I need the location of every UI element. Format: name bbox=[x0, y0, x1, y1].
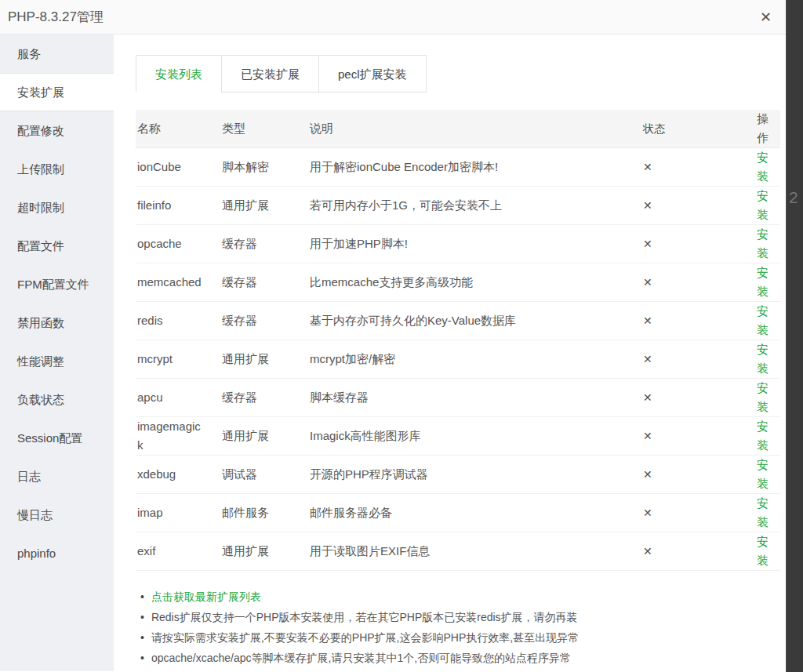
cell-desc: 用于加速PHP脚本! bbox=[308, 234, 641, 253]
cell-name: redis bbox=[136, 311, 220, 330]
table-row: memcached缓存器比memcache支持更多高级功能✕安装 bbox=[136, 263, 780, 302]
table-body: ionCube脚本解密用于解密ionCube Encoder加密脚本!✕安装fi… bbox=[136, 148, 780, 571]
note-item: •opcache/xcache/apc等脚本缓存扩展,请只安装其中1个,否则可能… bbox=[140, 651, 786, 665]
tab-bar: 安装列表已安装扩展pecl扩展安装 bbox=[136, 55, 427, 93]
table-row: ionCube脚本解密用于解密ionCube Encoder加密脚本!✕安装 bbox=[136, 148, 780, 187]
cell-type: 通用扩展 bbox=[220, 427, 308, 445]
table-row: opcache缓存器用于加速PHP脚本!✕安装 bbox=[136, 225, 780, 263]
tab-install-list[interactable]: 安装列表 bbox=[136, 55, 222, 93]
cell-desc: Imagick高性能图形库 bbox=[308, 427, 641, 445]
sidebar-item-slow-log[interactable]: 慢日志 bbox=[0, 496, 114, 534]
note-text: opcache/xcache/apc等脚本缓存扩展,请只安装其中1个,否则可能导… bbox=[151, 651, 571, 665]
sidebar-item-phpinfo[interactable]: phpinfo bbox=[0, 534, 114, 572]
sidebar-item-upload-limit[interactable]: 上传限制 bbox=[0, 150, 114, 188]
status-not-installed-icon: ✕ bbox=[641, 543, 747, 560]
table-row: apcu缓存器脚本缓存器✕安装 bbox=[136, 379, 780, 417]
sidebar-item-config-file[interactable]: 配置文件 bbox=[0, 227, 114, 265]
table-row: xdebug调试器开源的PHP程序调试器✕安装 bbox=[136, 456, 780, 494]
column-header-type: 类型 bbox=[220, 119, 308, 138]
sidebar-item-session-config[interactable]: Session配置 bbox=[0, 419, 114, 457]
status-not-installed-icon: ✕ bbox=[641, 274, 747, 291]
cell-type: 缓存器 bbox=[220, 273, 308, 292]
sidebar-item-log[interactable]: 日志 bbox=[0, 457, 114, 496]
install-button[interactable]: 安装 bbox=[747, 340, 780, 378]
table-row: fileinfo通用扩展若可用内存小于1G，可能会安装不上✕安装 bbox=[136, 187, 780, 225]
sidebar-item-config-edit[interactable]: 配置修改 bbox=[0, 111, 114, 150]
status-not-installed-icon: ✕ bbox=[641, 158, 747, 176]
cell-type: 通用扩展 bbox=[220, 196, 308, 215]
dialog-body: 服务安装扩展配置修改上传限制超时限制配置文件FPM配置文件禁用函数性能调整负载状… bbox=[0, 35, 786, 671]
column-header-status: 状态 bbox=[641, 120, 747, 137]
sidebar: 服务安装扩展配置修改上传限制超时限制配置文件FPM配置文件禁用函数性能调整负载状… bbox=[0, 35, 114, 671]
note-text[interactable]: 点击获取最新扩展列表 bbox=[151, 590, 261, 604]
table-header-row: 名称类型说明状态操作 bbox=[136, 110, 780, 148]
bullet-icon: • bbox=[140, 590, 144, 604]
cell-name: apcu bbox=[136, 388, 220, 407]
column-header-action: 操作 bbox=[747, 110, 780, 147]
main-content: 安装列表已安装扩展pecl扩展安装 名称类型说明状态操作 ionCube脚本解密… bbox=[114, 35, 786, 671]
cell-name: ionCube bbox=[136, 158, 220, 176]
column-header-name: 名称 bbox=[136, 119, 220, 138]
notes-list: •点击获取最新扩展列表•Redis扩展仅支持一个PHP版本安装使用，若在其它PH… bbox=[136, 590, 786, 665]
cell-desc: 用于读取图片EXIF信息 bbox=[308, 542, 641, 561]
table-row: exif通用扩展用于读取图片EXIF信息✕安装 bbox=[136, 532, 780, 571]
table-row: mcrypt通用扩展mcrypt加密/解密✕安装 bbox=[136, 340, 780, 379]
install-button[interactable]: 安装 bbox=[747, 494, 780, 532]
tab-installed-ext[interactable]: 已安装扩展 bbox=[221, 55, 319, 93]
cell-type: 缓存器 bbox=[220, 311, 308, 330]
sidebar-item-install-ext[interactable]: 安装扩展 bbox=[0, 73, 114, 111]
note-item: •请按实际需求安装扩展,不要安装不必要的PHP扩展,这会影响PHP执行效率,甚至… bbox=[140, 630, 786, 645]
status-not-installed-icon: ✕ bbox=[641, 389, 747, 406]
note-text: 请按实际需求安装扩展,不要安装不必要的PHP扩展,这会影响PHP执行效率,甚至出… bbox=[151, 630, 579, 645]
cell-desc: 若可用内存小于1G，可能会安装不上 bbox=[308, 196, 641, 215]
cell-name: imap bbox=[136, 503, 220, 522]
tab-pecl-install[interactable]: pecl扩展安装 bbox=[318, 55, 427, 93]
cell-desc: 脚本缓存器 bbox=[308, 388, 641, 407]
install-button[interactable]: 安装 bbox=[747, 417, 780, 455]
table-row: redis缓存器基于内存亦可持久化的Key-Value数据库✕安装 bbox=[136, 302, 780, 340]
install-button[interactable]: 安装 bbox=[747, 379, 780, 416]
cell-name: opcache bbox=[136, 234, 220, 253]
sidebar-item-timeout-limit[interactable]: 超时限制 bbox=[0, 188, 114, 227]
install-button[interactable]: 安装 bbox=[747, 187, 780, 224]
cell-desc: 基于内存亦可持久化的Key-Value数据库 bbox=[308, 311, 641, 330]
refresh-extension-list-link: •点击获取最新扩展列表 bbox=[140, 590, 786, 604]
cell-type: 缓存器 bbox=[220, 388, 308, 407]
bullet-icon: • bbox=[140, 651, 144, 665]
cell-type: 调试器 bbox=[220, 465, 308, 484]
cell-name: mcrypt bbox=[136, 350, 220, 369]
install-button[interactable]: 安装 bbox=[747, 302, 780, 340]
install-button[interactable]: 安装 bbox=[747, 225, 780, 263]
cell-type: 邮件服务 bbox=[220, 503, 308, 522]
sidebar-item-fpm-config[interactable]: FPM配置文件 bbox=[0, 265, 114, 303]
status-not-installed-icon: ✕ bbox=[641, 235, 747, 252]
php-manager-dialog: PHP-8.3.27管理 ✕ 服务安装扩展配置修改上传限制超时限制配置文件FPM… bbox=[0, 0, 786, 672]
cell-type: 脚本解密 bbox=[220, 158, 308, 176]
status-not-installed-icon: ✕ bbox=[641, 504, 747, 521]
table-row: imap邮件服务邮件服务器必备✕安装 bbox=[136, 494, 780, 532]
close-icon[interactable]: ✕ bbox=[760, 10, 772, 24]
install-button[interactable]: 安装 bbox=[747, 532, 780, 570]
status-not-installed-icon: ✕ bbox=[641, 312, 747, 329]
cell-name: memcached bbox=[136, 273, 220, 292]
status-not-installed-icon: ✕ bbox=[641, 351, 747, 368]
sidebar-item-performance[interactable]: 性能调整 bbox=[0, 342, 114, 380]
install-button[interactable]: 安装 bbox=[747, 148, 780, 186]
sidebar-item-disabled-functions[interactable]: 禁用函数 bbox=[0, 303, 114, 342]
extensions-table: 名称类型说明状态操作 ionCube脚本解密用于解密ionCube Encode… bbox=[136, 110, 780, 571]
sidebar-item-load-status[interactable]: 负载状态 bbox=[0, 380, 114, 419]
install-button[interactable]: 安装 bbox=[747, 263, 780, 301]
column-header-desc: 说明 bbox=[308, 119, 641, 138]
sidebar-item-service[interactable]: 服务 bbox=[0, 35, 114, 73]
cell-desc: mcrypt加密/解密 bbox=[308, 350, 641, 369]
status-not-installed-icon: ✕ bbox=[641, 427, 747, 445]
cell-name: fileinfo bbox=[136, 196, 220, 215]
dialog-titlebar: PHP-8.3.27管理 ✕ bbox=[0, 0, 786, 35]
background-page: 2 bbox=[786, 0, 803, 672]
install-button[interactable]: 安装 bbox=[747, 456, 780, 493]
note-item: •Redis扩展仅支持一个PHP版本安装使用，若在其它PHP版本已安装redis… bbox=[140, 610, 786, 624]
cell-desc: 用于解密ionCube Encoder加密脚本! bbox=[308, 158, 641, 176]
note-text: Redis扩展仅支持一个PHP版本安装使用，若在其它PHP版本已安装redis扩… bbox=[151, 610, 578, 624]
cell-desc: 邮件服务器必备 bbox=[308, 503, 641, 522]
dialog-title: PHP-8.3.27管理 bbox=[8, 8, 104, 26]
